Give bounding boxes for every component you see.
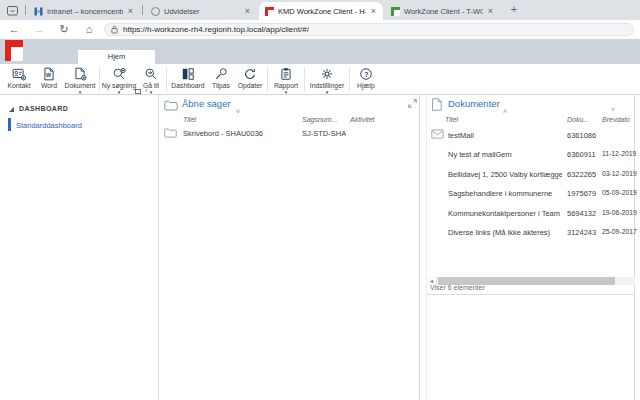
table-row[interactable]: Skrivebord - SHAU0036 SJ-STD-SHA... <box>160 126 420 140</box>
browser-address-bar: ← → ↻ ⌂ https://h-workzone-rh4.regionh.t… <box>0 20 640 39</box>
sort-desc-icon: ˅ <box>611 107 615 113</box>
column-header-brevdato[interactable]: Brevdato <box>602 116 630 123</box>
table-row[interactable]: W Sagsbehandlere i kommunerne 1975679 05… <box>427 186 635 200</box>
table-row[interactable]: W Bellidavej 1, 2500 Valby kortlægges ik… <box>427 167 635 181</box>
new-document-icon <box>73 67 87 81</box>
panel-collapse-control[interactable]: ‹ <box>135 87 148 95</box>
help-circle-icon: ? <box>359 67 373 81</box>
url-field[interactable]: https://h-workzone-rh4.regionh.top.local… <box>104 23 634 36</box>
browser-tab-workzone-t[interactable]: WorkZone Client - T-WORKZON × <box>385 2 500 20</box>
collapse-chevron-icon: ‹ <box>145 87 148 95</box>
doc-number: 6322265 <box>567 170 596 179</box>
doc-title: Ny test af mailGem <box>448 150 512 159</box>
dashboard-button[interactable]: Dashboard <box>168 66 208 94</box>
column-header-titel[interactable]: Titel <box>445 116 458 123</box>
word-button[interactable]: W Word <box>36 66 62 94</box>
ribbon-group-separator <box>99 67 100 92</box>
ribbon-tab-hjem[interactable]: Hjem <box>78 50 155 64</box>
tab-title: Udvidelser <box>164 7 240 16</box>
lock-icon <box>111 25 118 34</box>
hjaelp-button[interactable]: ? Hjælp <box>351 66 381 94</box>
new-tab-button[interactable]: + <box>507 3 521 17</box>
column-header-sagsnum[interactable]: Sagsnum... <box>302 116 337 123</box>
doc-title: Sagsbehandlere i kommunerne <box>448 189 552 198</box>
opdater-button[interactable]: Opdater <box>234 66 266 94</box>
kontakt-button[interactable]: Kontakt <box>2 66 36 94</box>
refresh-icon[interactable]: ↻ <box>56 22 72 37</box>
browser-tab-workzone-h[interactable]: KMD WorkZone Client - H-WOR × <box>259 2 383 20</box>
doc-date: 11-12-2019 <box>602 150 636 157</box>
report-clipboard-icon <box>279 67 293 81</box>
tab-title: KMD WorkZone Client - H-WOR <box>278 7 366 16</box>
doc-date: 05-09-2019 <box>602 189 637 196</box>
sort-desc-icon: ˅ <box>236 109 240 115</box>
ribbon-group-separator <box>267 67 268 92</box>
table-row[interactable]: W Diverse links (Må ikke akteres) 312424… <box>427 225 635 239</box>
table-row[interactable]: W Kommunekontaktpersoner i Team Frivilli… <box>427 206 635 220</box>
doc-date: 03-12-2019 <box>602 170 637 177</box>
sidebar-item-standarddashboard[interactable]: Standarddashboard <box>16 121 82 130</box>
workzone-green-favicon <box>391 7 400 16</box>
refresh-arrow-icon <box>243 67 257 81</box>
ribbon-group-separator <box>304 67 305 92</box>
sidebar-section-dashboard[interactable]: DASHBOARD <box>19 105 68 112</box>
column-header-aktivitet[interactable]: Aktivitet <box>350 116 375 123</box>
expand-panel-icon[interactable] <box>408 99 417 108</box>
dashboard-grid-icon <box>181 67 195 81</box>
dokument-button[interactable]: Dokument ▾ <box>62 66 98 94</box>
mail-icon <box>431 129 444 139</box>
column-header-titel[interactable]: Titel <box>183 116 196 123</box>
forward-icon[interactable]: → <box>31 22 47 37</box>
doc-title: Diverse links (Må ikke akteres) <box>448 228 550 237</box>
doc-number: 5694132 <box>567 209 596 218</box>
doc-title: Kommunekontaktpersoner i Team Frivillig … <box>448 209 562 218</box>
table-row[interactable]: testMail 6361086 <box>427 128 635 142</box>
back-icon[interactable]: ← <box>6 22 22 37</box>
navigation-sidebar: DASHBOARD Standarddashboard <box>0 95 159 400</box>
tab-actions-icon[interactable] <box>6 4 19 17</box>
close-icon[interactable]: × <box>127 7 134 16</box>
svg-text:W: W <box>46 72 51 78</box>
column-header-dokument[interactable]: Doku... <box>567 116 589 123</box>
panel-title: Åbne sager <box>182 98 231 109</box>
close-icon[interactable]: × <box>487 7 494 16</box>
case-number: SJ-STD-SHA... <box>302 129 346 138</box>
workzone-logo <box>5 40 23 61</box>
sort-asc-icon: ˄ <box>503 109 507 115</box>
intranet-favicon <box>34 7 43 16</box>
case-title: Skrivebord - SHAU0036 <box>183 129 263 138</box>
home-icon[interactable]: ⌂ <box>81 22 97 37</box>
indstillinger-button[interactable]: Indstillinger ▾ <box>306 66 348 94</box>
doc-title: testMail <box>448 131 474 140</box>
tree-expanded-icon <box>9 107 14 112</box>
new-search-icon <box>112 67 126 81</box>
workzone-red-favicon <box>265 7 274 16</box>
status-text: Viser 6 elementer <box>430 284 485 291</box>
table-row[interactable]: W Ny test af mailGem 6360911 11-12-2019 <box>427 147 635 161</box>
document-icon <box>431 98 442 111</box>
doc-number: 6361086 <box>567 131 596 140</box>
selected-item-bar <box>8 118 11 131</box>
ribbon-group-separator <box>166 67 167 92</box>
url-text: https://h-workzone-rh4.regionh.top.local… <box>123 25 309 34</box>
close-icon[interactable]: × <box>370 7 377 16</box>
doc-number: 1975679 <box>567 189 596 198</box>
workzone-header-band: Hjem <box>0 39 640 64</box>
tilpas-button[interactable]: Tilpas <box>208 66 234 94</box>
browser-tab-extensions[interactable]: Udvidelser × <box>145 2 257 20</box>
tab-separator <box>25 5 26 15</box>
doc-date: 25-09-2017 <box>602 228 637 235</box>
browser-tab-intranet[interactable]: Intranet – koncerncentrenes int × <box>28 2 140 20</box>
rapport-button[interactable]: Rapport ▾ <box>269 66 303 94</box>
ribbon-toolbar: Kontakt W Word Dokument ▾ Ny søgning ▾ <box>0 64 640 94</box>
goto-search-icon <box>144 67 158 81</box>
ny-sogning-button[interactable]: Ny søgning ▾ <box>101 66 137 94</box>
word-document-icon: W <box>42 67 56 81</box>
ribbon-group-separator <box>349 67 350 92</box>
dock-icon <box>135 89 141 94</box>
close-icon[interactable]: × <box>244 7 251 16</box>
settings-gear-icon <box>320 67 334 81</box>
contact-add-icon <box>12 67 26 81</box>
browser-window: Intranet – koncerncentrenes int × Udvide… <box>0 0 640 400</box>
documents-panel: Dokumenter Titel ˄ Doku... ˅ Brevdato te… <box>426 95 635 400</box>
